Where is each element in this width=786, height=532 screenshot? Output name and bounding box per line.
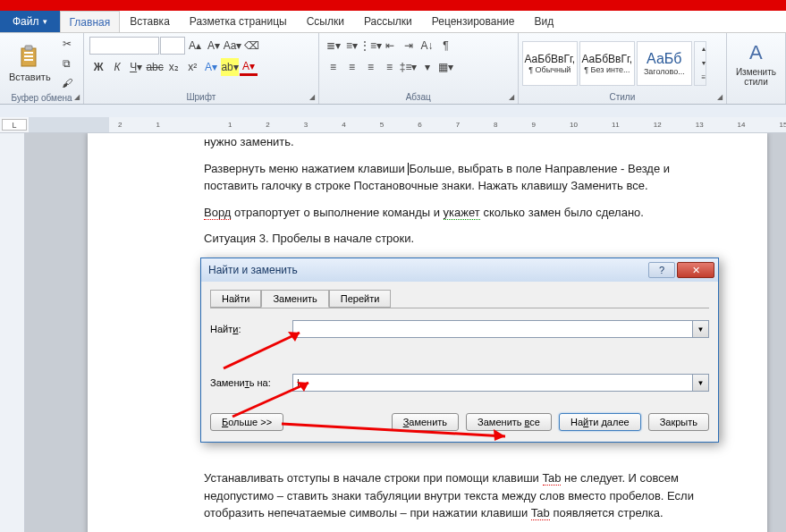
style-heading1[interactable]: АаБб Заголово... [637, 41, 692, 86]
vertical-ruler[interactable] [0, 133, 25, 532]
style-normal[interactable]: АаБбВвГг, ¶ Обычный [522, 41, 578, 86]
clear-formatting-button[interactable]: ⌫ [242, 37, 260, 55]
font-size-combo[interactable] [160, 37, 185, 55]
tab-review[interactable]: Рецензирование [422, 11, 525, 32]
find-label: Найти: [210, 324, 292, 334]
svg-rect-2 [24, 52, 33, 54]
find-replace-dialog: Найти и заменить ? ✕ Найти Заменить Пере… [200, 258, 719, 443]
find-history-dropdown[interactable]: ▼ [693, 320, 709, 338]
cut-button[interactable]: ✂ [58, 35, 76, 53]
borders-button[interactable]: ▦▾ [437, 58, 455, 76]
style-name: Заголово... [644, 67, 685, 76]
styles-gallery-button[interactable]: ≡ [695, 71, 713, 85]
sort-button[interactable]: A↓ [418, 37, 436, 55]
paste-icon [17, 45, 42, 70]
horizontal-ruler[interactable]: 211234567891011121314151617 [29, 117, 786, 132]
doc-text: Ситуация 3. Пробелы в начале строки. [204, 230, 714, 248]
subscript-button[interactable]: x₂ [165, 58, 182, 76]
bold-button[interactable]: Ж [89, 58, 107, 76]
align-center-button[interactable]: ≡ [343, 58, 361, 76]
dialog-tab-replace[interactable]: Заменить [261, 290, 328, 308]
dialog-help-button[interactable]: ? [648, 262, 675, 278]
more-options-button[interactable]: Больше >> [210, 413, 283, 431]
increase-indent-button[interactable]: ⇥ [400, 37, 418, 55]
doc-text: Развернуть меню нажатием клавиши Больше,… [204, 160, 714, 195]
style-preview: АаБбВвГг, [581, 53, 632, 65]
find-input[interactable] [292, 320, 693, 338]
grow-font-button[interactable]: A▴ [186, 37, 204, 55]
svg-rect-4 [24, 59, 33, 61]
styles-group-label: Стили [522, 91, 723, 104]
paragraph-group-label: Абзац [323, 91, 514, 104]
shrink-font-button[interactable]: A▾ [205, 37, 223, 55]
horizontal-ruler-row: L 211234567891011121314151617 [0, 117, 786, 133]
tab-selector[interactable]: L [2, 119, 27, 131]
underline-button[interactable]: Ч▾ [127, 58, 145, 76]
font-color-button[interactable]: A▾ [240, 58, 258, 76]
justify-button[interactable]: ≡ [381, 58, 399, 76]
align-left-button[interactable]: ≡ [325, 58, 342, 76]
clipboard-group-label: Буфер обмена [4, 92, 80, 105]
dialog-tab-goto[interactable]: Перейти [329, 290, 392, 308]
font-expand-icon[interactable]: ◢ [308, 93, 317, 102]
paste-button[interactable]: Вставить [4, 43, 56, 84]
paste-label: Вставить [9, 72, 51, 82]
change-styles-button[interactable]: A Изменить стили [731, 38, 782, 89]
multilevel-list-button[interactable]: ⋮≡▾ [362, 37, 380, 55]
styles-expand-icon[interactable]: ◢ [715, 93, 724, 102]
tab-page-layout[interactable]: Разметка страницы [180, 11, 297, 32]
replace-history-dropdown[interactable]: ▼ [693, 374, 709, 392]
dialog-close-inner-button[interactable]: Закрыть [648, 413, 709, 431]
dialog-tab-find[interactable]: Найти [210, 290, 261, 308]
replace-label: Заменить на: [210, 377, 292, 388]
dialog-titlebar[interactable]: Найти и заменить ? ✕ [201, 258, 718, 282]
window-titlebar [0, 0, 786, 11]
tab-mailings[interactable]: Рассылки [354, 11, 422, 32]
bullets-button[interactable]: ≣▾ [325, 37, 342, 55]
style-no-spacing[interactable]: АаБбВвГг, ¶ Без инте... [579, 41, 635, 86]
strikethrough-button[interactable]: abc [146, 58, 164, 76]
tab-view[interactable]: Вид [524, 11, 563, 32]
decrease-indent-button[interactable]: ⇤ [381, 37, 399, 55]
replace-one-button[interactable]: Заменить [392, 413, 459, 431]
text-effects-button[interactable]: A▾ [202, 58, 220, 76]
change-case-button[interactable]: Aa▾ [224, 37, 241, 55]
shading-button[interactable]: ▾ [418, 58, 436, 76]
font-name-combo[interactable] [89, 37, 159, 55]
tab-references[interactable]: Ссылки [297, 11, 354, 32]
format-painter-button[interactable]: 🖌 [58, 74, 76, 92]
replace-all-button[interactable]: Заменить все [466, 413, 552, 431]
dialog-close-button[interactable]: ✕ [677, 262, 714, 278]
svg-rect-3 [24, 55, 33, 57]
find-next-button[interactable]: Найти далее [559, 413, 641, 431]
doc-text: Ворд отрапортует о выполнение команды и … [204, 204, 714, 222]
tab-insert[interactable]: Вставка [120, 11, 180, 32]
style-preview: АаБб [647, 51, 681, 67]
tab-home[interactable]: Главная [60, 11, 121, 32]
highlight-button[interactable]: ab▾ [221, 58, 239, 76]
line-spacing-button[interactable]: ‡≡▾ [400, 58, 418, 76]
style-name: ¶ Без инте... [584, 65, 630, 74]
file-menu-button[interactable]: Файл [0, 11, 60, 32]
quick-status-row [0, 105, 786, 117]
doc-text: нужно заменить. [204, 133, 714, 151]
dialog-title-text: Найти и заменить [208, 264, 298, 276]
italic-button[interactable]: К [108, 58, 126, 76]
styles-scroll-up[interactable]: ▴ [695, 42, 713, 56]
styles-scroll-down[interactable]: ▾ [695, 56, 713, 71]
doc-text: Устанавливать отступы в начале строки пр… [204, 469, 714, 522]
change-styles-label: Изменить стили [736, 67, 776, 87]
font-group-label: Шрифт [88, 91, 314, 104]
style-name: ¶ Обычный [528, 65, 570, 74]
show-marks-button[interactable]: ¶ [437, 37, 455, 55]
align-right-button[interactable]: ≡ [362, 58, 380, 76]
paragraph-expand-icon[interactable]: ◢ [507, 93, 516, 102]
replace-input[interactable] [292, 374, 693, 392]
copy-button[interactable]: ⧉ [58, 55, 76, 72]
numbering-button[interactable]: ≡▾ [343, 37, 361, 55]
style-preview: АаБбВвГг, [524, 53, 575, 65]
ribbon: Вставить ✂ ⧉ 🖌 Буфер обмена ◢ A▴ A▾ Aa▾ … [0, 33, 786, 105]
superscript-button[interactable]: x² [183, 58, 201, 76]
change-styles-icon: A [743, 40, 768, 65]
clipboard-expand-icon[interactable]: ◢ [72, 93, 81, 102]
